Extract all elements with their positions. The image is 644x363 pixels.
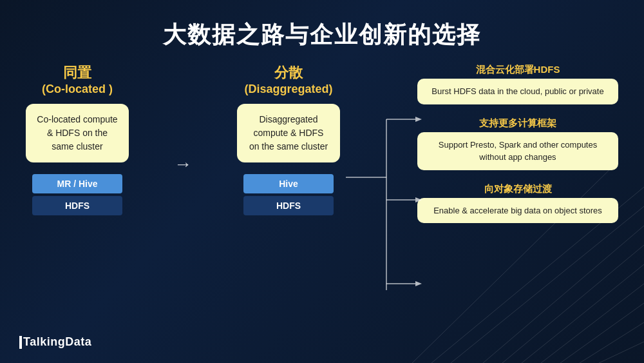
- colocated-title-en: (Co-located ): [42, 83, 113, 96]
- object-store-box: Enable & accelerate big data on object s…: [417, 198, 618, 224]
- right-panel: 混合云化部署HDFS Burst HDFS data in the cloud,…: [417, 64, 618, 223]
- multi-compute-box: Support Presto, Spark and other computes…: [417, 132, 618, 170]
- svg-line-7: [451, 206, 644, 363]
- disaggregated-stack-top: Hive: [243, 174, 334, 193]
- hybrid-cloud-section: 混合云化部署HDFS Burst HDFS data in the cloud,…: [417, 64, 618, 104]
- arrow-icon: →: [174, 154, 192, 175]
- disaggregated-stack-bottom: HDFS: [243, 196, 334, 215]
- svg-line-6: [599, 342, 644, 363]
- arrow-connector: →: [174, 64, 192, 175]
- disaggregated-description-box: Disaggregated compute & HDFS on the same…: [237, 104, 340, 162]
- colocated-stack-bottom: HDFS: [32, 196, 122, 215]
- disaggregated-column: 分散 (Disaggregated) Disaggregated compute…: [237, 64, 340, 218]
- colocated-stack-top: MR / Hive: [32, 174, 122, 193]
- disaggregated-stack: Hive HDFS: [243, 174, 334, 218]
- svg-line-2: [522, 264, 644, 363]
- main-title: 大数据之路与企业创新的选择: [0, 0, 644, 64]
- logo-bar-icon: [19, 336, 22, 349]
- hybrid-cloud-box: Burst HDFS data in the cloud, public or …: [417, 79, 618, 104]
- disaggregated-title-en: (Disaggregated): [244, 83, 332, 96]
- multi-compute-section: 支持更多计算框架 Support Presto, Spark and other…: [417, 117, 618, 170]
- svg-line-0: [483, 226, 644, 363]
- colocated-stack: MR / Hive HDFS: [32, 174, 122, 218]
- multi-compute-title: 支持更多计算框架: [417, 117, 618, 130]
- svg-line-3: [541, 284, 644, 363]
- disaggregated-title-zh: 分散: [274, 64, 303, 83]
- svg-line-5: [580, 322, 644, 363]
- svg-line-4: [560, 303, 644, 363]
- logo-text: TalkingData: [23, 335, 91, 348]
- svg-line-1: [502, 245, 644, 363]
- colocated-title-zh: 同置: [63, 64, 91, 83]
- colocated-column: 同置 (Co-located ) Co-located compute & HD…: [26, 64, 129, 218]
- colocated-description-box: Co-located compute & HDFS on the same cl…: [26, 104, 129, 162]
- logo: TalkingData: [19, 335, 91, 349]
- svg-marker-17: [415, 281, 422, 286]
- hybrid-cloud-title: 混合云化部署HDFS: [417, 64, 618, 76]
- object-store-title: 向对象存储过渡: [417, 183, 618, 195]
- object-store-section: 向对象存储过渡 Enable & accelerate big data on …: [417, 183, 618, 224]
